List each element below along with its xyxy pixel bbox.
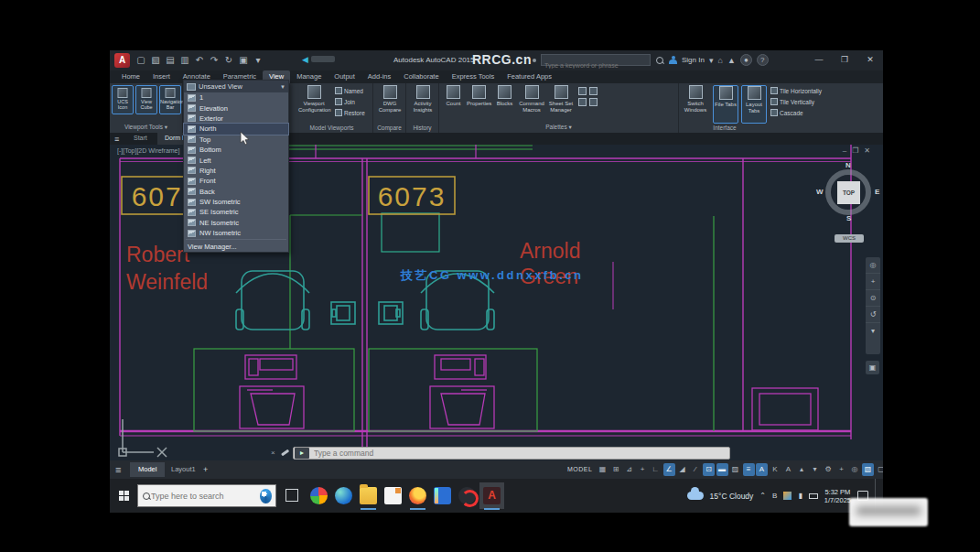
snap-mode-icon[interactable]: ⊞: [610, 463, 622, 476]
signin-caret-icon[interactable]: ▾: [709, 56, 714, 65]
viewcube-west[interactable]: W: [816, 188, 824, 196]
edge-browser-icon[interactable]: [331, 482, 356, 509]
file-tab-menu-icon[interactable]: ≡: [114, 135, 119, 144]
taskbar-search[interactable]: [137, 484, 276, 507]
media-app-icon[interactable]: [455, 482, 479, 509]
ucs-icon-toggle[interactable]: UCS Icon: [112, 85, 134, 114]
clipboard-icon[interactable]: [589, 98, 598, 106]
viewcube-top-face[interactable]: TOP: [837, 181, 860, 204]
dwg-compare-button[interactable]: DWG Compare: [376, 85, 404, 122]
object-snap-tracking-icon[interactable]: ⁄: [690, 463, 702, 476]
zoom-icon[interactable]: ⊙: [866, 290, 880, 307]
graphics-performance-icon[interactable]: ▧: [862, 463, 874, 476]
viewcube-wcs-menu[interactable]: WCS: [835, 234, 864, 243]
save-icon[interactable]: ▤: [165, 54, 176, 66]
autoscale-icon[interactable]: ▴: [796, 463, 808, 476]
tab-home[interactable]: Home: [115, 70, 146, 83]
view-item-back[interactable]: Back: [184, 187, 288, 197]
tile-horizontally-button[interactable]: Tile Horizontally: [770, 87, 822, 96]
notes-app-icon[interactable]: [381, 482, 405, 509]
polar-tracking-icon[interactable]: ∠: [663, 463, 675, 476]
navigation-wheel-icon[interactable]: ◎: [866, 257, 880, 274]
model-space-badge[interactable]: MODEL: [567, 466, 592, 472]
view-item-exterior[interactable]: Exterior: [184, 114, 288, 124]
dynamic-input-icon[interactable]: +: [637, 463, 649, 476]
view-item-elevation[interactable]: Elevation: [184, 103, 288, 113]
grid-icon[interactable]: ▦: [597, 463, 608, 476]
tab-manage[interactable]: Manage: [290, 70, 328, 83]
workspace-switching-icon[interactable]: ⚙: [823, 463, 835, 476]
taskbar-search-input[interactable]: [149, 491, 260, 502]
new-icon[interactable]: ▢: [135, 54, 146, 66]
drawing-minimize-icon[interactable]: –: [843, 146, 852, 155]
mic-icon[interactable]: ▮: [798, 492, 802, 500]
transparency-icon[interactable]: ▨: [729, 463, 741, 476]
saveas-icon[interactable]: ▥: [179, 54, 190, 66]
start-button[interactable]: [119, 491, 129, 501]
search-icon[interactable]: [655, 56, 664, 65]
weather-text[interactable]: 15°C Cloudy: [710, 492, 754, 501]
clean-screen-icon[interactable]: ▢: [876, 463, 884, 476]
annotation-scale-icon[interactable]: ▾: [809, 463, 821, 476]
view-item-front[interactable]: Front: [184, 176, 288, 186]
markup-icon[interactable]: [589, 87, 598, 95]
pan-icon[interactable]: +: [866, 274, 880, 290]
file-tab-start[interactable]: Start: [126, 133, 155, 145]
view-item-se-isometric[interactable]: SE Isometric: [184, 207, 288, 217]
battery-icon[interactable]: [809, 493, 818, 499]
dynamic-ucs-icon[interactable]: K: [770, 463, 781, 476]
cascade-button[interactable]: Cascade: [770, 109, 803, 118]
drawing-close-icon[interactable]: ✕: [864, 146, 876, 155]
help-icon[interactable]: ?: [757, 54, 769, 66]
minimize-button[interactable]: —: [806, 50, 832, 70]
annotation-monitor-icon[interactable]: +: [835, 463, 847, 476]
tile-vertically-button[interactable]: Tile Vertically: [770, 98, 814, 107]
annotation-visibility-icon[interactable]: A: [782, 463, 794, 476]
sign-in-label[interactable]: Sign In: [682, 56, 705, 64]
join-viewports-button[interactable]: Join: [335, 98, 355, 107]
graphics-tray-icon[interactable]: [783, 492, 792, 500]
viewcube[interactable]: N W E S TOP: [822, 165, 877, 222]
sheet-set-manager-button[interactable]: Sheet Set Manager: [547, 85, 575, 122]
plot-icon[interactable]: ▣: [238, 54, 249, 66]
views-dropdown-header[interactable]: Unsaved View ▼: [184, 81, 288, 92]
blocks-button[interactable]: Blocks: [492, 85, 517, 122]
viewcube-south[interactable]: S: [846, 214, 851, 222]
view-item-1[interactable]: 1: [184, 92, 288, 103]
panel-label-compare[interactable]: Compare: [373, 124, 405, 131]
undo-icon[interactable]: ↶: [194, 54, 205, 66]
application-menu-button[interactable]: A: [114, 53, 130, 68]
keyword-search-input[interactable]: [542, 60, 650, 70]
view-item-right[interactable]: Right: [184, 166, 288, 176]
view-item-nw-isometric[interactable]: NW Isometric: [184, 228, 288, 238]
redo-icon[interactable]: ↷: [209, 54, 220, 66]
navigation-bar-toggle[interactable]: Navigation Bar: [159, 85, 181, 114]
selection-cycling-icon[interactable]: ≡: [743, 463, 755, 476]
view-item-sw-isometric[interactable]: SW Isometric: [184, 197, 288, 207]
weather-icon[interactable]: [687, 492, 704, 500]
bluetooth-icon[interactable]: B: [772, 492, 777, 500]
restore-button[interactable]: ❐: [832, 50, 857, 70]
orbit-icon[interactable]: ↺: [866, 307, 880, 323]
pinwheel-app-icon[interactable]: [307, 482, 331, 509]
layout-menu-icon[interactable]: ≡: [115, 464, 121, 475]
tab-addins[interactable]: Add-ins: [361, 70, 397, 83]
navigation-bar[interactable]: ◎ + ⊙ ↺ ▾: [866, 257, 880, 354]
autocad-taskbar-icon[interactable]: A: [479, 482, 504, 509]
isometric-drafting-icon[interactable]: ◢: [676, 463, 688, 476]
file-explorer-icon[interactable]: [356, 482, 381, 509]
model-tab[interactable]: Model: [130, 462, 165, 477]
3d-object-snap-icon[interactable]: A: [756, 463, 768, 476]
designcenter-icon[interactable]: [578, 87, 587, 95]
alert-icon[interactable]: ▲: [727, 56, 736, 65]
infer-constraints-icon[interactable]: ⊿: [623, 463, 635, 476]
view-item-ne-isometric[interactable]: NE Isometric: [184, 218, 288, 228]
restore-viewports-button[interactable]: Restore: [335, 109, 365, 118]
panel-label-interface[interactable]: Interface: [679, 124, 770, 131]
panel-label-history[interactable]: History: [406, 124, 438, 131]
close-button[interactable]: ✕: [857, 50, 883, 70]
refresh-icon[interactable]: ↻: [223, 54, 234, 66]
autodesk360-icon[interactable]: ●: [740, 54, 752, 66]
tab-output[interactable]: Output: [328, 70, 361, 83]
cortana-icon[interactable]: [260, 489, 272, 503]
